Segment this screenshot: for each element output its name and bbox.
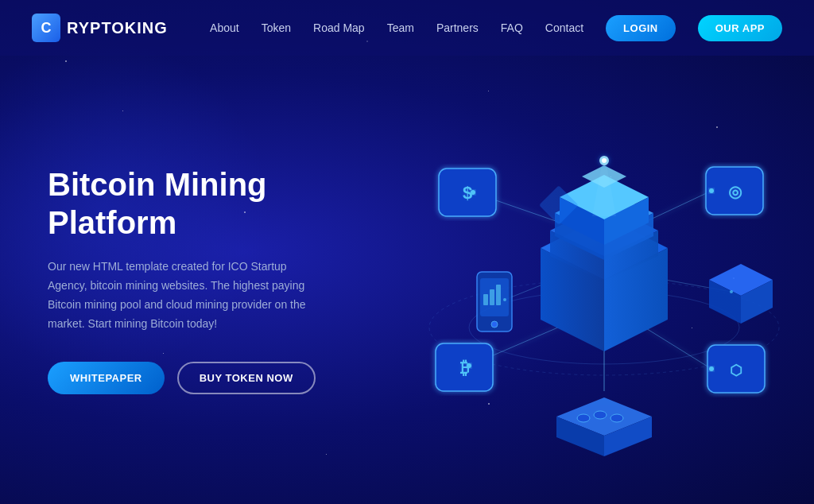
- iso-scene: $ ◎ ₿ ⬡: [382, 89, 814, 471]
- svg-point-47: [577, 414, 590, 422]
- svg-rect-38: [490, 289, 494, 305]
- nav-token[interactable]: Token: [262, 21, 291, 34]
- nav-partners[interactable]: Partners: [436, 21, 479, 34]
- svg-point-50: [471, 190, 475, 195]
- nav-faq[interactable]: FAQ: [501, 21, 523, 34]
- svg-text:₿: ₿: [460, 358, 469, 378]
- hero-buttons: WHITEPAPER BUY TOKEN NOW: [48, 362, 382, 394]
- buytoken-button[interactable]: BUY TOKEN NOW: [177, 362, 316, 394]
- svg-text:⬡: ⬡: [730, 362, 742, 378]
- whitepaper-button[interactable]: WHITEPAPER: [48, 362, 165, 394]
- svg-point-53: [709, 366, 714, 371]
- nav-links: About Token Road Map Team Partners FAQ C…: [210, 15, 782, 41]
- nav-team[interactable]: Team: [387, 21, 414, 34]
- login-button[interactable]: LOGIN: [606, 15, 676, 41]
- svg-rect-37: [483, 294, 488, 305]
- brand-name: RYPTOKING: [67, 19, 168, 37]
- svg-point-55: [730, 290, 733, 293]
- svg-rect-39: [496, 285, 501, 305]
- nav-contact[interactable]: Contact: [545, 21, 583, 34]
- svg-point-54: [503, 298, 506, 301]
- hero-section: Bitcoin Mining Platform Our new HTML tem…: [0, 56, 814, 504]
- svg-point-48: [594, 411, 607, 419]
- svg-point-52: [467, 363, 471, 368]
- hero-content: Bitcoin Mining Platform Our new HTML tem…: [48, 165, 382, 394]
- svg-text:◎: ◎: [728, 183, 742, 200]
- logo[interactable]: C RYPTOKING: [32, 14, 168, 42]
- svg-point-40: [491, 321, 498, 328]
- nav-roadmap[interactable]: Road Map: [313, 21, 365, 34]
- svg-point-51: [709, 188, 714, 193]
- svg-point-49: [610, 414, 623, 422]
- navbar: C RYPTOKING About Token Road Map Team Pa…: [0, 0, 814, 56]
- iso-svg: $ ◎ ₿ ⬡: [382, 89, 814, 471]
- hero-illustration: $ ◎ ₿ ⬡: [382, 56, 814, 504]
- hero-description: Our new HTML template created for ICO St…: [48, 258, 318, 333]
- hero-title: Bitcoin Mining Platform: [48, 165, 382, 242]
- ourapp-button[interactable]: OUR APP: [698, 15, 782, 41]
- logo-icon: C: [32, 14, 60, 42]
- nav-about[interactable]: About: [210, 21, 239, 34]
